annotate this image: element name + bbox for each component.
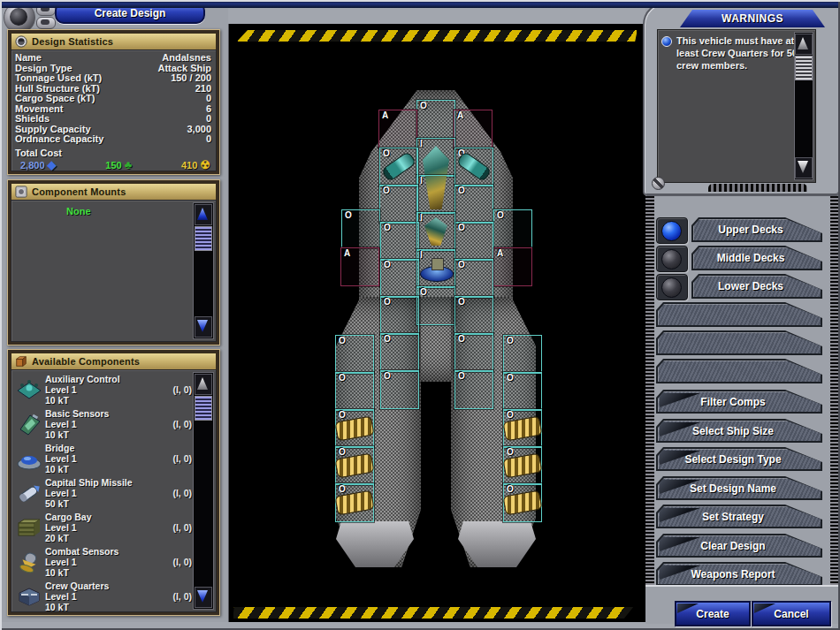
ship-slot-o[interactable]: O xyxy=(454,222,493,261)
component-size: 10 kT xyxy=(45,567,155,578)
ship-slot-o[interactable]: O xyxy=(454,148,493,186)
component-list-item-capital-ship-missile[interactable]: Capital Ship MissileLevel 150 kT(I, 0) xyxy=(13,475,195,510)
ship-slot-o[interactable]: O xyxy=(503,409,542,448)
stat-label-shields: Shields xyxy=(15,114,50,125)
slot-label: O xyxy=(458,260,465,269)
components-scroll-up-button[interactable] xyxy=(195,374,212,395)
component-list-item-combat-sensors[interactable]: Combat SensorsLevel 110 kT(I, 0) xyxy=(13,544,195,579)
deck-button-upper-decks[interactable]: Upper Decks xyxy=(691,217,822,242)
right-sidebar: WARNINGS This vehicle must have at least… xyxy=(645,0,840,622)
ship-slot-o[interactable]: O xyxy=(454,333,493,372)
ship-slot-a[interactable]: A xyxy=(454,110,493,148)
ship-slot-o[interactable]: O xyxy=(380,222,419,261)
ship-slot-o[interactable]: O xyxy=(493,209,532,248)
ship-slot-a[interactable]: A xyxy=(340,247,379,286)
deck-radio-upper-decks[interactable] xyxy=(656,217,688,244)
ship-slot-o[interactable]: O xyxy=(503,483,542,522)
deck-row-upper-decks: Upper Decks xyxy=(656,217,833,242)
component-size: 10 kT xyxy=(45,602,155,612)
component-list-item-cargo-bay[interactable]: Cargo BayLevel 120 kT(I, 0) xyxy=(13,510,195,544)
ship-slot-o[interactable]: O xyxy=(454,370,493,409)
ship-slot-o[interactable]: O xyxy=(379,185,418,224)
ship-slot-o[interactable]: O xyxy=(380,370,419,409)
component-list-item-crew-quarters[interactable]: Crew QuartersLevel 110 kT(I, 0) xyxy=(13,579,195,613)
ship-slot-o[interactable]: O xyxy=(416,100,455,139)
design-statistics-title: Design Statistics xyxy=(32,36,113,47)
ship-slot-o[interactable]: O xyxy=(454,259,493,298)
warnings-scroll-down-button[interactable] xyxy=(795,157,813,178)
ship-slot-o[interactable]: O xyxy=(335,335,374,374)
ship-slot-o[interactable]: O xyxy=(341,209,380,248)
ship-slot-o[interactable]: O xyxy=(335,409,374,448)
deck-radio-lower-decks[interactable] xyxy=(656,274,688,300)
ship-slot-o[interactable]: O xyxy=(454,296,493,335)
cancel-button[interactable]: Cancel xyxy=(752,601,831,626)
warnings-scroll-thumb[interactable] xyxy=(795,56,813,80)
component-list-item-auxiliary-control[interactable]: Auxiliary ControlLevel 110 kT(I, 0) xyxy=(13,372,195,406)
warnings-scroll-up-button[interactable] xyxy=(795,34,813,55)
stat-label-cargo-space-kt-: Cargo Space (kT) xyxy=(15,94,95,104)
ship-slot-o[interactable]: O xyxy=(335,372,374,411)
ship-slot-o[interactable]: O xyxy=(335,446,374,485)
set-strategy-button[interactable]: Set Strategy xyxy=(656,505,822,528)
deck-radio-middle-decks[interactable] xyxy=(656,246,688,272)
ship-slot-o[interactable]: O xyxy=(503,335,542,374)
button-label: Select Ship Size xyxy=(692,425,786,437)
set-design-name-button[interactable]: Set Design Name xyxy=(656,476,822,500)
ship-slot-o[interactable]: O xyxy=(379,148,418,186)
slot-label: O xyxy=(383,148,390,158)
blank-button-3[interactable] xyxy=(656,359,822,383)
mounts-scrollbar[interactable] xyxy=(193,202,214,339)
select-ship-size-button[interactable]: Select Ship Size xyxy=(656,419,822,443)
create-button[interactable]: Create xyxy=(675,601,751,626)
window-pill-button-bottom[interactable] xyxy=(36,17,56,29)
mounts-scroll-up-button[interactable] xyxy=(195,204,212,225)
button-face: Filter Comps xyxy=(658,391,821,412)
left-sidebar: Create Design Design Statistics NameAnda… xyxy=(0,0,228,622)
ship-slot-a[interactable]: A xyxy=(378,110,417,148)
cost-organics: 150♣ xyxy=(105,160,132,171)
component-list-item-basic-sensors[interactable]: Basic SensorsLevel 110 kT(I, 0) xyxy=(13,406,195,441)
blank-button-1[interactable] xyxy=(656,302,822,327)
component-list-item-bridge[interactable]: BridgeLevel 110 kT(I, 0) xyxy=(13,441,195,475)
components-scroll-thumb[interactable] xyxy=(195,396,212,421)
slot-label: O xyxy=(420,101,427,110)
radioactives-icon: ☢ xyxy=(200,160,210,171)
deck-button-lower-decks[interactable]: Lower Decks xyxy=(691,274,822,299)
mounts-scroll-down-button[interactable] xyxy=(195,316,212,338)
mounts-scroll-thumb[interactable] xyxy=(195,226,212,251)
warnings-scrollbar[interactable] xyxy=(794,32,813,180)
organics-cost-value: 150 xyxy=(105,160,121,171)
minerals-icon: ◆ xyxy=(48,160,57,171)
clear-design-button[interactable]: Clear Design xyxy=(656,534,822,558)
corner-fold-icon xyxy=(660,393,700,407)
warning-list: This vehicle must have at least Crew Qua… xyxy=(658,30,815,72)
ship-slot-o[interactable]: O xyxy=(380,296,419,335)
ship-slot-a[interactable]: A xyxy=(493,247,532,286)
components-scroll-down-button[interactable] xyxy=(195,587,212,608)
weapons-report-button[interactable]: Weapons Report xyxy=(656,562,822,586)
component-text: Cargo BayLevel 120 kT xyxy=(45,512,155,543)
ship-slot-o[interactable]: O xyxy=(454,185,493,224)
arrow-up-icon xyxy=(798,37,808,49)
ship-slot-o[interactable]: O xyxy=(416,286,455,325)
ship-slot-i[interactable]: I xyxy=(416,138,455,177)
component-mounts-title: Component Mounts xyxy=(32,186,126,197)
ship-slot-i[interactable]: I xyxy=(416,249,455,288)
ship-slot-i[interactable]: I xyxy=(416,175,455,214)
available-components-panel: Available Components Auxiliary ControlLe… xyxy=(7,349,220,616)
select-design-type-button[interactable]: Select Design Type xyxy=(656,447,822,471)
create-button-label: Create xyxy=(696,608,729,620)
ship-slot-o[interactable]: O xyxy=(380,333,419,372)
ship-slot-o[interactable]: O xyxy=(503,446,542,485)
ship-slot-i[interactable]: I xyxy=(416,212,455,251)
ship-slot-o[interactable]: O xyxy=(335,483,374,522)
components-scrollbar[interactable] xyxy=(193,372,214,610)
corner-fold-icon xyxy=(754,603,775,613)
filter-comps-button[interactable]: Filter Comps xyxy=(656,390,822,414)
ship-slot-o[interactable]: O xyxy=(380,259,419,298)
slot-label: A xyxy=(457,110,463,120)
ship-slot-o[interactable]: O xyxy=(503,372,542,411)
blank-button-2[interactable] xyxy=(656,330,822,355)
deck-button-middle-decks[interactable]: Middle Decks xyxy=(691,246,822,270)
